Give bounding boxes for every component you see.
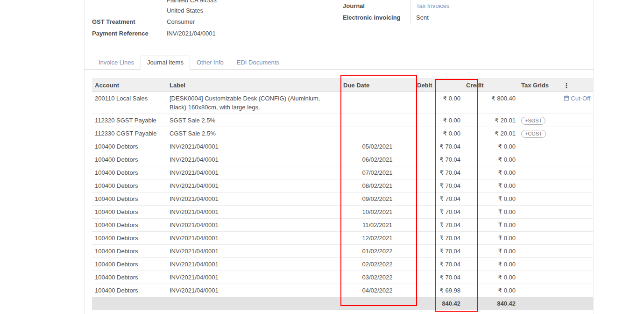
optional-columns-toggle[interactable]: ⋮	[560, 79, 593, 92]
column-header-label[interactable]: Label	[167, 79, 340, 92]
tax-grid-pill[interactable]: +CGST	[521, 130, 546, 138]
electronic-invoicing-value: Sent	[416, 14, 429, 21]
cell-credit: ₹ 0.00	[463, 193, 518, 206]
cell-action	[560, 153, 593, 166]
cell-debit: ₹ 70.04	[414, 258, 463, 271]
table-row[interactable]: 112330 CGST PayableCGST Sale 2.5%₹ 0.00₹…	[92, 127, 593, 140]
partner-address-city: Fairfield CA 94533	[167, 0, 217, 5]
table-footer-row: 840.42 840.42	[92, 297, 593, 310]
cell-tax-grids	[518, 245, 560, 258]
journal-label: Journal	[343, 2, 365, 9]
table-row[interactable]: 100400 DebtorsINV/2021/04/000108/02/2021…	[92, 179, 593, 193]
table-row[interactable]: 100400 DebtorsINV/2021/04/000106/02/2021…	[92, 153, 593, 166]
cell-due-date: 10/02/2021	[340, 206, 414, 219]
table-row[interactable]: 112320 SGST PayableSGST Sale 2.5%₹ 0.00₹…	[92, 114, 593, 127]
cell-tax-grids	[518, 153, 560, 166]
calendar-icon	[564, 95, 569, 101]
cell-account: 100400 Debtors	[92, 219, 167, 232]
cell-action: Cut-Off	[560, 92, 593, 114]
cell-tax-grids	[518, 166, 560, 179]
electronic-invoicing-label: Electronic invoicing	[343, 14, 401, 21]
cell-debit: ₹ 70.04	[414, 193, 463, 206]
cell-action	[560, 179, 593, 193]
table-row[interactable]: 100400 DebtorsINV/2021/04/000104/02/2022…	[92, 284, 593, 297]
table-row[interactable]: 200110 Local Sales[DESK0004] Customizabl…	[92, 92, 593, 114]
payment-reference-value[interactable]: INV/2021/04/0001	[167, 30, 216, 37]
cell-account: 100400 Debtors	[92, 258, 167, 271]
column-header-due-date[interactable]: Due Date	[340, 79, 414, 92]
cell-due-date: 07/02/2021	[340, 166, 414, 179]
cell-due-date: 02/02/2022	[340, 258, 414, 271]
table-row[interactable]: 100400 DebtorsINV/2021/04/000103/02/2022…	[92, 271, 593, 284]
cell-label: INV/2021/04/0001	[167, 284, 340, 297]
cell-label: INV/2021/04/0001	[167, 219, 340, 232]
cut-off-button[interactable]: Cut-Off	[564, 95, 590, 102]
table-row[interactable]: 100400 DebtorsINV/2021/04/000107/02/2021…	[92, 166, 593, 179]
cell-due-date	[340, 92, 414, 114]
sheet-left-border	[84, 0, 85, 314]
footer-empty-tax-grids	[518, 297, 560, 310]
payment-reference-label: Payment Reference	[92, 30, 149, 37]
cell-label: INV/2021/04/0001	[167, 179, 340, 193]
column-header-debit[interactable]: Debit	[414, 79, 463, 92]
cell-label: INV/2021/04/0001	[167, 193, 340, 206]
column-header-account[interactable]: Account	[92, 79, 167, 92]
cell-debit: ₹ 70.04	[414, 166, 463, 179]
cell-tax-grids: +CGST	[518, 127, 560, 140]
cell-action	[560, 127, 593, 140]
cell-credit: ₹ 0.00	[463, 245, 518, 258]
cell-credit: ₹ 0.00	[463, 258, 518, 271]
cell-credit: ₹ 0.00	[463, 153, 518, 166]
table-row[interactable]: 100400 DebtorsINV/2021/04/000109/02/2021…	[92, 193, 593, 206]
cell-credit: ₹ 0.00	[463, 219, 518, 232]
cell-due-date: 06/02/2021	[340, 153, 414, 166]
tab-invoice-lines[interactable]: Invoice Lines	[92, 56, 141, 70]
cell-account: 100400 Debtors	[92, 140, 167, 153]
cell-due-date: 08/02/2021	[340, 179, 414, 193]
cell-label: INV/2021/04/0001	[167, 140, 340, 153]
table-row[interactable]: 100400 DebtorsINV/2021/04/000112/02/2021…	[92, 232, 593, 245]
cell-tax-grids	[518, 206, 560, 219]
cell-tax-grids: +SGST	[518, 114, 560, 127]
cell-due-date: 12/02/2021	[340, 232, 414, 245]
cell-debit: ₹ 70.04	[414, 206, 463, 219]
field-label-separator	[410, 0, 411, 23]
table-row[interactable]: 100400 DebtorsINV/2021/04/000101/02/2022…	[92, 245, 593, 258]
cell-action	[560, 140, 593, 153]
cell-label: INV/2021/04/0001	[167, 153, 340, 166]
cell-tax-grids	[518, 179, 560, 193]
column-header-credit[interactable]: Credit	[463, 79, 518, 92]
table-row[interactable]: 100400 DebtorsINV/2021/04/000102/02/2022…	[92, 258, 593, 271]
cell-debit: ₹ 70.04	[414, 219, 463, 232]
cell-credit: ₹ 0.00	[463, 179, 518, 193]
cell-label: INV/2021/04/0001	[167, 271, 340, 284]
cell-action	[560, 271, 593, 284]
tax-grid-pill[interactable]: +SGST	[521, 117, 545, 125]
cell-due-date	[340, 127, 414, 140]
footer-empty-label	[167, 297, 340, 310]
cell-due-date	[340, 114, 414, 127]
cell-label: [DESK0004] Customizable Desk (CONFIG) (A…	[167, 92, 340, 114]
cell-account: 100400 Debtors	[92, 193, 167, 206]
journal-value-link[interactable]: Tax Invoices	[416, 2, 450, 9]
cell-credit: ₹ 800.40	[463, 92, 518, 114]
cell-action	[560, 206, 593, 219]
gst-treatment-value[interactable]: Consumer	[167, 18, 195, 25]
cut-off-label: Cut-Off	[571, 95, 590, 102]
table-row[interactable]: 100400 DebtorsINV/2021/04/000111/02/2021…	[92, 219, 593, 232]
table-header-row: Account Label Due Date Debit Credit Tax …	[92, 79, 593, 92]
column-header-tax-grids[interactable]: Tax Grids	[518, 79, 560, 92]
table-row[interactable]: 100400 DebtorsINV/2021/04/000105/02/2021…	[92, 140, 593, 153]
cell-tax-grids	[518, 140, 560, 153]
tab-edi-documents[interactable]: EDI Documents	[230, 56, 286, 70]
tab-other-info[interactable]: Other Info	[190, 56, 230, 70]
table-row[interactable]: 100400 DebtorsINV/2021/04/000110/02/2021…	[92, 206, 593, 219]
cell-account: 100400 Debtors	[92, 166, 167, 179]
cell-debit: ₹ 70.04	[414, 245, 463, 258]
cell-due-date: 03/02/2022	[340, 271, 414, 284]
cell-debit: ₹ 0.00	[414, 127, 463, 140]
cell-label: CGST Sale 2.5%	[167, 127, 340, 140]
tab-journal-items[interactable]: Journal Items	[141, 56, 190, 70]
cell-due-date: 04/02/2022	[340, 284, 414, 297]
cell-action	[560, 193, 593, 206]
